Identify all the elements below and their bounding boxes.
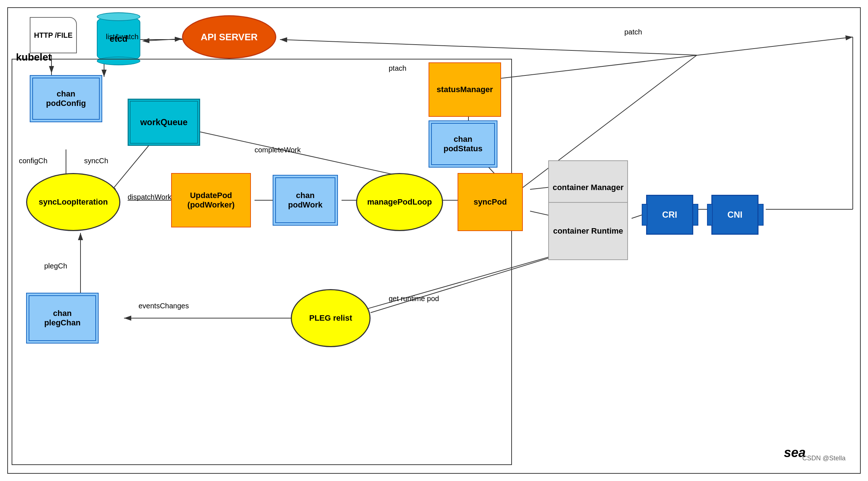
cni-tab-right xyxy=(758,204,764,226)
cri-tab-left xyxy=(642,204,648,226)
chan-pod-config-node: chanpodConfig xyxy=(30,75,102,122)
http-file-node: HTTP /FILE xyxy=(30,17,77,53)
chan-pleg-chan-label: chanplegChan xyxy=(44,309,80,328)
svg-line-18 xyxy=(497,37,853,79)
pleg-relist-node: PLEG relist xyxy=(291,289,371,347)
chan-pod-status-inner: chanpodStatus xyxy=(431,123,495,165)
chan-pod-status-node: chanpodStatus xyxy=(429,120,497,168)
container-runtime-node: container Runtime xyxy=(548,202,628,260)
container-runtime-label: container Runtime xyxy=(553,226,623,236)
diagram-border: HTTP /FILE etcd API SERVER kubelet chanp… xyxy=(7,7,861,474)
api-server-label: API SERVER xyxy=(201,32,257,43)
ptach-label: ptach xyxy=(389,64,406,73)
chan-pleg-chan-inner: chanplegChan xyxy=(29,295,96,341)
events-changes-label: eventsChanges xyxy=(139,302,189,310)
status-manager-node: statusManager xyxy=(429,62,501,117)
get-runtime-pod-label: get runtime pod xyxy=(389,295,439,303)
http-file-shape: HTTP /FILE xyxy=(30,17,77,53)
chan-pod-work-node: chanpodWork xyxy=(273,175,338,226)
work-queue-label: workQueue xyxy=(140,117,188,127)
kubelet-label: kubelet xyxy=(16,52,51,63)
pleg-ch-label: plegCh xyxy=(44,262,67,270)
sync-loop-iteration-label: syncLoopIteration xyxy=(39,197,108,207)
config-ch-label: configCh xyxy=(19,157,47,165)
chan-pleg-chan-node: chanplegChan xyxy=(26,293,99,344)
cri-label: CRI xyxy=(662,210,677,220)
update-pod-label: UpdatePod(podWorker) xyxy=(187,191,235,210)
watermark-label: CSDN @Stella xyxy=(802,455,846,462)
dispatch-work-label: dispatchWork xyxy=(128,193,171,201)
chan-pod-work-label: chanpodWork xyxy=(288,191,323,210)
sync-ch-label: syncCh xyxy=(84,157,108,165)
manage-pod-loop-node: managePodLoop xyxy=(356,173,443,231)
http-file-label: HTTP /FILE xyxy=(34,31,73,40)
list-watch-label: list&watch xyxy=(106,33,139,41)
sync-pod-node: syncPod xyxy=(458,173,523,231)
complete-work-label: completeWork xyxy=(255,146,301,154)
sync-pod-label: syncPod xyxy=(474,197,507,207)
chan-pod-config-inner: chanpodConfig xyxy=(32,78,100,120)
pleg-relist-label: PLEG relist xyxy=(309,313,352,323)
sync-loop-iteration-node: syncLoopIteration xyxy=(26,173,120,231)
update-pod-node: UpdatePod(podWorker) xyxy=(171,173,251,227)
manage-pod-loop-label: managePodLoop xyxy=(367,197,432,207)
svg-line-20 xyxy=(280,40,697,55)
cri-tab-right xyxy=(693,204,698,226)
cri-node: CRI xyxy=(646,195,693,235)
api-server-node: API SERVER xyxy=(182,15,276,59)
cni-label: CNI xyxy=(727,210,742,220)
status-manager-label: statusManager xyxy=(437,85,493,94)
chan-pod-config-label: chanpodConfig xyxy=(46,89,86,108)
cni-node: CNI xyxy=(711,195,759,235)
svg-line-2 xyxy=(149,39,182,41)
diagram-container: HTTP /FILE etcd API SERVER kubelet chanp… xyxy=(0,0,868,481)
container-manager-label: container Manager xyxy=(553,183,624,192)
chan-pod-work-inner: chanpodWork xyxy=(275,177,335,223)
work-queue-node: workQueue xyxy=(128,99,200,146)
chan-pod-status-label: chanpodStatus xyxy=(443,135,483,153)
patch-label: patch xyxy=(624,28,642,36)
cni-tab-left xyxy=(707,204,713,226)
